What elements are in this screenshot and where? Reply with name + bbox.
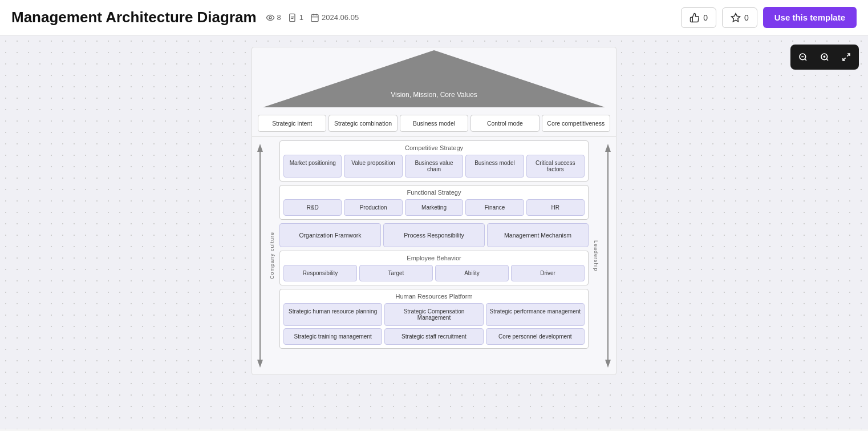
zoom-in-button[interactable] bbox=[814, 47, 835, 67]
strategy-item-4: Control mode bbox=[470, 115, 539, 132]
eb-item-2: Target bbox=[359, 265, 433, 281]
zoom-out-button[interactable] bbox=[793, 47, 813, 67]
competitive-strategy-title: Competitive Strategy bbox=[283, 144, 585, 151]
inner-content: Competitive Strategy Market positioning … bbox=[276, 137, 592, 374]
hr-platform-row2: Strategic training management Strategic … bbox=[283, 328, 585, 345]
employee-behavior-section: Employee Behavior Responsibility Target … bbox=[279, 251, 589, 285]
strategy-item-1: Strategic intent bbox=[258, 115, 326, 132]
roof-text: Vision, Mission, Core Values bbox=[391, 91, 477, 99]
star-icon bbox=[731, 13, 741, 23]
pages-count: 1 bbox=[288, 13, 303, 22]
hr-platform-title: Human Resources Platform bbox=[283, 293, 585, 300]
architecture-diagram: Vision, Mission, Core Values Strategic i… bbox=[252, 47, 616, 375]
svg-marker-8 bbox=[731, 13, 740, 21]
header-actions: 0 0 Use this template bbox=[681, 7, 857, 28]
canvas: Vision, Mission, Core Values Strategic i… bbox=[0, 35, 868, 429]
hr-item-4: Strategic training management bbox=[283, 328, 382, 345]
strategy-row: Strategic intent Strategic combination B… bbox=[252, 110, 616, 137]
svg-line-10 bbox=[805, 59, 806, 61]
right-side-label: Leadership bbox=[593, 240, 599, 272]
employee-behavior-title: Employee Behavior bbox=[283, 255, 585, 261]
fullscreen-icon bbox=[842, 53, 851, 62]
hr-item-5: Strategic staff recruitment bbox=[384, 328, 483, 345]
svg-marker-24 bbox=[605, 360, 611, 368]
zoom-out-icon bbox=[798, 53, 808, 62]
calendar-icon bbox=[310, 13, 319, 22]
strategy-item-3: Business model bbox=[400, 115, 468, 132]
hr-item-3: Strategic performance management bbox=[486, 303, 585, 326]
header-meta: 8 1 2024.06.05 bbox=[266, 13, 359, 22]
competitive-strategy-items: Market positioning Value proposition Bus… bbox=[283, 155, 585, 178]
main-content: Company culture Competitive Strategy Mar… bbox=[252, 137, 616, 374]
eye-icon bbox=[266, 13, 275, 22]
fs-item-5: HR bbox=[526, 199, 585, 216]
use-template-button[interactable]: Use this template bbox=[763, 7, 857, 28]
right-arrow-svg bbox=[602, 142, 614, 370]
roof-section: Vision, Mission, Core Values bbox=[252, 47, 616, 110]
competitive-strategy-section: Competitive Strategy Market positioning … bbox=[279, 140, 589, 182]
hr-item-2: Strategic Compensation Management bbox=[384, 303, 483, 326]
svg-marker-21 bbox=[257, 360, 263, 368]
strategy-item-2: Strategic combination bbox=[328, 115, 397, 132]
middle-item-1: Organization Framwork bbox=[279, 223, 381, 247]
left-side-label: Company culture bbox=[269, 232, 275, 279]
page-header: Management Architecture Diagram 8 1 2024… bbox=[0, 0, 868, 35]
fs-item-4: Finance bbox=[465, 199, 524, 216]
eb-item-1: Responsibility bbox=[283, 265, 357, 281]
svg-marker-18 bbox=[263, 50, 605, 107]
fs-item-2: Production bbox=[344, 199, 402, 216]
fs-item-3: Marketing bbox=[405, 199, 463, 216]
fs-item-1: R&D bbox=[283, 199, 342, 216]
svg-point-0 bbox=[269, 17, 271, 19]
cs-item-1: Market positioning bbox=[283, 155, 342, 178]
date-meta: 2024.06.05 bbox=[310, 13, 359, 22]
like-icon bbox=[689, 13, 700, 23]
eb-item-4: Driver bbox=[511, 265, 585, 281]
left-arrow-svg bbox=[254, 142, 266, 370]
zoom-controls bbox=[790, 45, 859, 70]
svg-marker-20 bbox=[257, 144, 263, 152]
middle-row: Organization Framwork Process Responsibi… bbox=[279, 223, 589, 247]
cs-item-5: Critical success factors bbox=[526, 155, 585, 178]
roof-triangle-svg bbox=[252, 47, 616, 110]
svg-marker-23 bbox=[605, 144, 611, 152]
cs-item-4: Business model bbox=[465, 155, 524, 178]
zoom-in-icon bbox=[820, 53, 829, 62]
like-button[interactable]: 0 bbox=[681, 7, 716, 28]
hr-platform-section: Human Resources Platform Strategic human… bbox=[279, 289, 589, 349]
eb-item-3: Ability bbox=[435, 265, 509, 281]
svg-line-13 bbox=[826, 59, 828, 61]
views-count: 8 bbox=[266, 13, 281, 22]
middle-item-3: Management Mechanism bbox=[487, 223, 589, 247]
file-icon bbox=[288, 13, 297, 22]
hr-platform-row1: Strategic human resource planning Strate… bbox=[283, 303, 585, 326]
functional-strategy-title: Functional Strategy bbox=[283, 189, 585, 196]
svg-rect-4 bbox=[311, 14, 318, 21]
middle-item-2: Process Responsibility bbox=[383, 223, 485, 247]
cs-item-3: Business value chain bbox=[405, 155, 463, 178]
strategy-item-5: Core competitiveness bbox=[542, 115, 610, 132]
cs-item-2: Value proposition bbox=[344, 155, 402, 178]
hr-item-1: Strategic human resource planning bbox=[283, 303, 382, 326]
functional-strategy-section: Functional Strategy R&D Production Marke… bbox=[279, 185, 589, 220]
page-title: Management Architecture Diagram bbox=[11, 9, 257, 26]
functional-strategy-items: R&D Production Marketing Finance HR bbox=[283, 199, 585, 216]
fullscreen-button[interactable] bbox=[836, 47, 857, 67]
hr-item-6: Core personnel development bbox=[486, 328, 585, 345]
employee-behavior-items: Responsibility Target Ability Driver bbox=[283, 265, 585, 281]
svg-rect-1 bbox=[290, 14, 295, 21]
star-button[interactable]: 0 bbox=[722, 7, 757, 28]
